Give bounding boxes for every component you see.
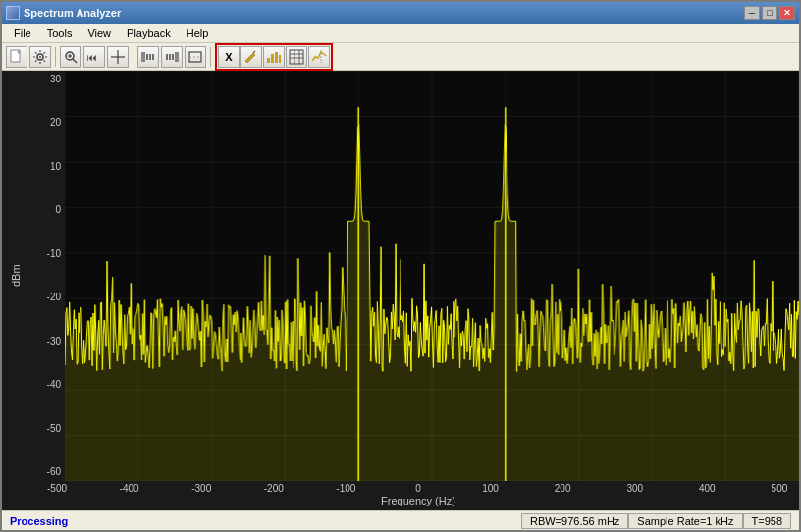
x-tick-100: 100 (471, 483, 510, 494)
svg-rect-23 (271, 54, 274, 63)
menu-view[interactable]: View (80, 26, 119, 41)
y-tick-0: 0 (31, 205, 61, 215)
svg-rect-11 (141, 52, 145, 62)
main-window: Spectrum Analyzer ─ □ ✕ File Tools View … (0, 0, 801, 532)
toolbar-peaks-button[interactable] (263, 46, 285, 68)
svg-rect-22 (267, 58, 270, 63)
title-bar-controls: ─ □ ✕ (744, 6, 795, 20)
title-bar-left: Spectrum Analyzer (6, 6, 121, 20)
toolbar-settings-button[interactable] (29, 46, 51, 68)
spectrum-canvas (65, 71, 799, 481)
y-tick-30: 30 (31, 75, 61, 84)
menu-playback[interactable]: Playback (119, 26, 179, 41)
chart-body: dBm 30 20 10 0 -10 -20 -30 -40 -50 -60 (2, 71, 799, 481)
toolbar-marker-table-button[interactable] (286, 46, 307, 68)
y-tick-neg30: -30 (31, 337, 61, 346)
menu-file[interactable]: File (6, 26, 39, 41)
minimize-button[interactable]: ─ (744, 6, 760, 20)
svg-line-21 (253, 51, 255, 53)
x-tick-200: 200 (543, 483, 582, 494)
svg-rect-25 (279, 55, 281, 63)
y-ticks: 30 20 10 0 -10 -20 -30 -40 -50 -60 (29, 71, 65, 481)
toolbar-sep-3 (210, 47, 211, 67)
y-axis-label: dBm (2, 71, 29, 481)
menu-help[interactable]: Help (179, 26, 217, 41)
maximize-button[interactable]: □ (762, 6, 777, 20)
y-tick-neg50: -50 (31, 424, 61, 434)
svg-text:⏮: ⏮ (87, 52, 97, 63)
svg-point-3 (39, 56, 41, 58)
toolbar: ⏮ X (2, 43, 799, 71)
x-tick-0: 0 (399, 483, 438, 494)
svg-rect-26 (290, 50, 303, 64)
status-rbw: RBW=976.56 mHz (521, 513, 628, 529)
x-tick-400: 400 (687, 483, 726, 494)
status-processing: Processing (10, 515, 68, 527)
toolbar-marker-trace-button[interactable] (308, 46, 330, 68)
x-tick-500: 500 (760, 483, 799, 494)
x-tick-neg400: -400 (110, 483, 149, 494)
toolbar-pan-left-button[interactable] (137, 46, 159, 68)
menu-tools[interactable]: Tools (39, 26, 80, 41)
toolbar-marker-edit-button[interactable] (240, 46, 262, 68)
close-button[interactable]: ✕ (779, 6, 795, 20)
window-title: Spectrum Analyzer (24, 7, 121, 19)
x-tick-labels: -500 -400 -300 -200 -100 0 100 200 300 4… (37, 481, 799, 494)
x-tick-300: 300 (615, 483, 655, 494)
toolbar-sep-1 (55, 47, 56, 67)
menu-bar: File Tools View Playback Help (2, 24, 799, 43)
x-ticks-spacer (2, 481, 37, 510)
y-tick-10: 10 (31, 162, 61, 172)
toolbar-marker-x-button[interactable]: X (218, 46, 240, 68)
y-tick-neg20: -20 (31, 293, 61, 302)
app-icon (6, 6, 20, 20)
svg-rect-15 (175, 52, 179, 62)
status-sample-rate: Sample Rate=1 kHz (628, 513, 742, 529)
y-tick-neg40: -40 (31, 380, 61, 390)
y-tick-neg10: -10 (31, 249, 61, 259)
toolbar-new-button[interactable] (6, 46, 27, 68)
y-tick-neg60: -60 (31, 467, 61, 477)
svg-line-5 (73, 59, 77, 63)
x-tick-neg100: -100 (326, 483, 365, 494)
title-bar: Spectrum Analyzer ─ □ ✕ (2, 2, 799, 24)
x-axis-area: -500 -400 -300 -200 -100 0 100 200 300 4… (2, 481, 799, 510)
toolbar-highlighted-group: X (215, 43, 333, 71)
svg-rect-24 (275, 52, 278, 63)
status-time: T=958 (743, 513, 792, 529)
status-right: RBW=976.56 mHz Sample Rate=1 kHz T=958 (521, 513, 791, 529)
x-tick-neg500: -500 (37, 483, 77, 494)
x-tick-neg200: -200 (254, 483, 294, 494)
toolbar-zoom-fit-button[interactable] (185, 46, 206, 68)
chart-wrapper: dBm 30 20 10 0 -10 -20 -30 -40 -50 -60 (2, 71, 799, 510)
toolbar-cursor-button[interactable] (107, 46, 129, 68)
toolbar-zoom-in-button[interactable] (60, 46, 81, 68)
main-area: dBm 30 20 10 0 -10 -20 -30 -40 -50 -60 (2, 71, 799, 510)
x-tick-neg300: -300 (182, 483, 221, 494)
y-tick-20: 20 (31, 118, 61, 128)
x-axis-title: Frequency (Hz) (37, 494, 799, 506)
status-bar: Processing RBW=976.56 mHz Sample Rate=1 … (2, 510, 799, 530)
toolbar-sep-2 (133, 47, 134, 67)
toolbar-back-button[interactable]: ⏮ (83, 46, 105, 68)
x-ticks-row: -500 -400 -300 -200 -100 0 100 200 300 4… (37, 481, 799, 510)
toolbar-pan-right-button[interactable] (161, 46, 183, 68)
